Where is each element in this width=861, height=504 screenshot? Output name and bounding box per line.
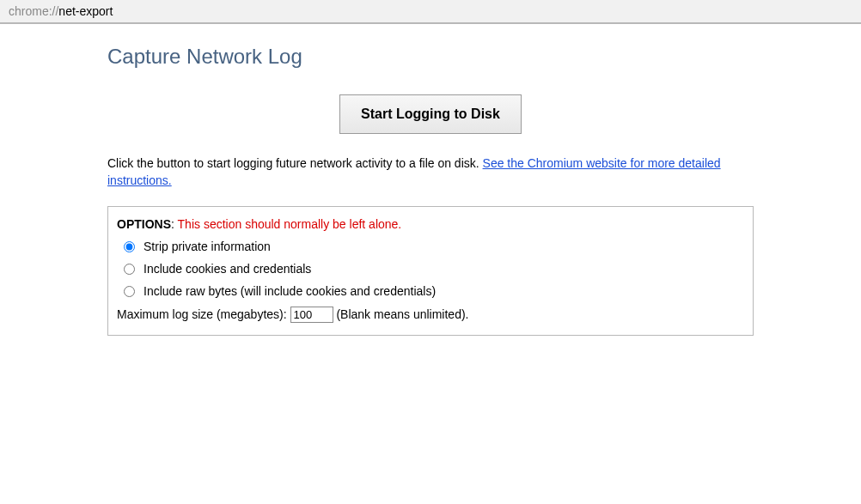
- max-log-size-label: Maximum log size (megabytes):: [117, 307, 290, 321]
- max-log-size-input[interactable]: [290, 307, 333, 323]
- radio-strip-private: Strip private information: [124, 240, 744, 253]
- radio-include-raw-label: Include raw bytes (will include cookies …: [144, 284, 436, 298]
- radio-include-cookies-input[interactable]: [124, 264, 135, 275]
- button-row: Start Logging to Disk: [107, 94, 754, 134]
- options-box: OPTIONS: This section should normally be…: [107, 206, 754, 336]
- radio-include-cookies-label: Include cookies and credentials: [144, 262, 311, 276]
- address-bar[interactable]: chrome://net-export: [0, 0, 861, 24]
- radio-strip-private-input[interactable]: [124, 241, 135, 252]
- page-title: Capture Network Log: [107, 45, 754, 69]
- max-log-size-row: Maximum log size (megabytes): (Blank mea…: [117, 307, 744, 323]
- max-log-size-hint: (Blank means unlimited).: [333, 307, 469, 321]
- main-content: Capture Network Log Start Logging to Dis…: [99, 45, 762, 336]
- radio-strip-private-label: Strip private information: [144, 240, 271, 253]
- radio-include-raw-input[interactable]: [124, 286, 135, 297]
- start-logging-button[interactable]: Start Logging to Disk: [339, 94, 522, 134]
- options-header: OPTIONS: This section should normally be…: [117, 217, 744, 231]
- options-label: OPTIONS: [117, 217, 171, 231]
- instructions-text: Click the button to start logging future…: [107, 155, 754, 189]
- options-colon: :: [171, 217, 178, 231]
- radio-include-raw: Include raw bytes (will include cookies …: [124, 284, 744, 298]
- instructions-prefix: Click the button to start logging future…: [107, 156, 483, 170]
- options-warning: This section should normally be left alo…: [178, 217, 402, 231]
- radio-include-cookies: Include cookies and credentials: [124, 262, 744, 276]
- url-path: net-export: [58, 4, 113, 18]
- url-scheme: chrome://: [9, 4, 58, 18]
